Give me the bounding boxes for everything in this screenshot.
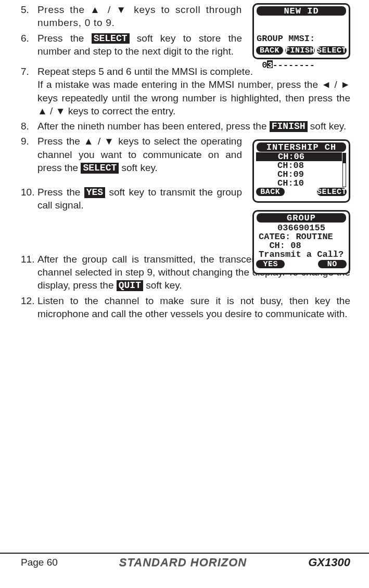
page-number: Page 60 xyxy=(21,557,58,568)
lcd-intership-ch: INTERSHIP CH CH:06 CH:08 CH:09 CH:10 BAC… xyxy=(252,139,350,203)
page-footer: Page 60 STANDARD HORIZON GX1300 xyxy=(0,553,369,569)
step-text: After the nineth number has been entered… xyxy=(37,120,350,133)
list-item[interactable]: CH:08 xyxy=(256,161,342,170)
step-12: 12. Listen to the channel to make sure i… xyxy=(21,294,350,321)
step-number: 11. xyxy=(21,253,37,292)
softkey-blank xyxy=(287,260,315,268)
step-number: 9. xyxy=(21,135,37,174)
step-text: Press the YES soft key to transmit the g… xyxy=(37,186,242,212)
step-number: 6. xyxy=(21,32,37,58)
lcd-label: GROUP MMSI: xyxy=(257,34,346,43)
list-item[interactable]: CH:09 xyxy=(256,170,342,179)
lcd-channel: CH: 08 xyxy=(257,241,346,250)
list-item[interactable]: CH:10 xyxy=(256,179,342,188)
softkey-select[interactable]: SELECT xyxy=(317,188,347,196)
lcd-mmsi: 036690155 xyxy=(257,224,346,232)
lcd-title: NEW ID xyxy=(257,6,346,16)
lcd-group: GROUP 036690155 CATEG: ROUTINE CH: 08 Tr… xyxy=(252,210,350,275)
softkey-no[interactable]: NO xyxy=(318,260,347,268)
lcd-category: CATEG: ROUTINE xyxy=(257,232,346,241)
step-number: 10. xyxy=(21,186,37,212)
lcd-title: INTERSHIP CH xyxy=(257,142,346,152)
softkey-back[interactable]: BACK xyxy=(256,46,283,55)
softkey-blank xyxy=(287,188,315,196)
step-number: 7. xyxy=(21,65,37,117)
step-number: 12. xyxy=(21,294,37,321)
step-number: 5. xyxy=(21,3,37,30)
select-softkey-label: SELECT xyxy=(81,163,119,174)
softkey-yes[interactable]: YES xyxy=(256,260,285,268)
lcd-channel-list: CH:06 CH:08 CH:09 CH:10 xyxy=(256,152,342,188)
select-softkey-label: SELECT xyxy=(92,33,130,44)
step-text: Press the ▲ / ▼ keys to scroll through n… xyxy=(37,3,242,30)
step-number: 8. xyxy=(21,120,37,133)
lcd-new-id: NEW ID GROUP MMSI: 03-------- BACK FINIS… xyxy=(252,3,350,59)
lcd-title: GROUP xyxy=(257,213,346,223)
quit-softkey-label: QUIT xyxy=(117,280,143,291)
lcd-prompt: Transmit a Call? xyxy=(257,250,346,259)
step-8: 8. After the nineth number has been ente… xyxy=(21,120,350,133)
yes-softkey-label: YES xyxy=(84,187,105,198)
list-item[interactable]: CH:06 xyxy=(256,152,342,161)
finish-softkey-label: FINISH xyxy=(270,121,308,132)
softkey-select[interactable]: SELECT xyxy=(317,46,347,55)
step-text: Listen to the channel to make sure it is… xyxy=(37,294,350,321)
scrollbar[interactable] xyxy=(342,153,346,187)
brand-logo: STANDARD HORIZON xyxy=(119,556,247,569)
step-text: Press the ▲ / ▼ keys to select the opera… xyxy=(37,135,242,174)
softkey-finish[interactable]: FINISH xyxy=(285,46,315,55)
model-number: GX1300 xyxy=(308,556,350,569)
step-text: Press the SELECT soft key to store the n… xyxy=(37,32,242,58)
lcd-entry: 03-------- xyxy=(257,61,346,70)
lcd-cursor: 3 xyxy=(267,61,272,70)
softkey-back[interactable]: BACK xyxy=(256,188,285,196)
